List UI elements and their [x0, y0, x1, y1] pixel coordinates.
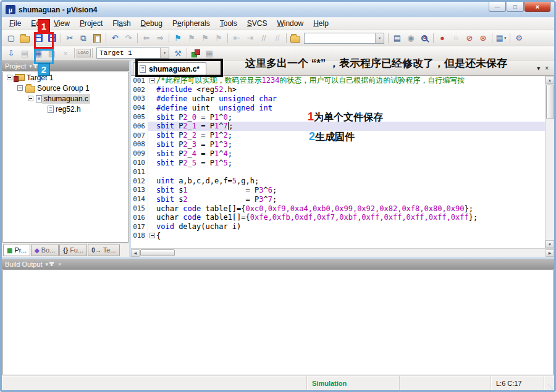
menu-item-window[interactable]: Window: [272, 18, 308, 29]
menu-item-file[interactable]: File: [4, 18, 26, 29]
panel-tab-te[interactable]: 0→Te...: [88, 244, 119, 256]
bookmark-toggle-icon[interactable]: ⚑: [171, 31, 185, 44]
panel-dropdown-icon[interactable]: ▾: [46, 261, 49, 267]
tab-close-icon[interactable]: ×: [545, 65, 549, 72]
code-line-012[interactable]: 012uint a,b,c,d,e,f=5,g,h;: [131, 177, 545, 186]
menu-item-project[interactable]: Project: [75, 18, 107, 29]
batch-build-icon-glyph: ▤: [21, 49, 28, 58]
indent-icon[interactable]: ⇥: [243, 31, 257, 44]
code-line-011[interactable]: 011: [131, 167, 545, 177]
menu-item-debug[interactable]: Debug: [136, 18, 167, 29]
panel-tab-bo[interactable]: ◈Bo...: [31, 244, 59, 256]
menu-item-flash[interactable]: Flash: [107, 18, 135, 29]
panel-close-icon[interactable]: ×: [58, 261, 61, 267]
navigate-back-icon[interactable]: ⇐: [140, 31, 153, 44]
resize-grip[interactable]: ⋱: [544, 376, 554, 390]
scroll-left-icon[interactable]: ◀: [131, 249, 140, 257]
kill-all-breakpoints-icon[interactable]: ⊛: [476, 31, 490, 44]
cut-icon[interactable]: ✂: [63, 31, 77, 44]
code-line-013[interactable]: 013sbit s1 = P3^6;: [131, 186, 545, 195]
debug-hand-icon[interactable]: ◉: [404, 31, 418, 44]
code-editor[interactable]: 001/*此程序可以实现，数码管显示1234的状态，用户可以自己根据前边的试验程…: [131, 76, 545, 248]
undo-icon[interactable]: ↶: [108, 31, 122, 44]
menu-item-view[interactable]: View: [49, 18, 75, 29]
options-for-target-icon[interactable]: ⚒: [171, 47, 185, 60]
tree-item-shumaguan-c[interactable]: shumaguan.c: [3, 93, 128, 104]
code-line-015[interactable]: 015uchar code table[]={0xc0,0xf9,0xa4,0x…: [131, 204, 545, 213]
batch-build-icon[interactable]: ▤: [18, 47, 32, 60]
tree-item-reg52-h[interactable]: reg52.h: [3, 104, 128, 114]
code-line-010[interactable]: 010sbit P2_5 = P1^5;: [131, 158, 545, 167]
maximize-button[interactable]: □: [507, 2, 524, 12]
navigate-forward-icon[interactable]: ⇒: [153, 31, 167, 44]
bookmark-clear-icon[interactable]: ⚑: [212, 31, 225, 44]
code-line-016[interactable]: 016uchar code table1[]={0xfe,0xfb,0xdf,0…: [131, 213, 545, 222]
vertical-scrollbar[interactable]: ▲ ▼: [545, 76, 554, 248]
start-stop-debug-icon[interactable]: [418, 31, 431, 44]
open-folder-icon[interactable]: [18, 31, 32, 44]
file-icon: [48, 106, 54, 113]
fold-collapse-icon[interactable]: [150, 78, 155, 83]
new-file-icon[interactable]: ▢: [4, 31, 18, 44]
vertical-scroll-thumb[interactable]: [546, 85, 554, 119]
chevron-down-icon[interactable]: ▾: [160, 48, 169, 58]
code-line-002[interactable]: 002#include <reg52.h>: [131, 85, 545, 94]
window-layout-icon[interactable]: ▦: [203, 47, 216, 60]
tree-item-source-group-1[interactable]: Source Group 1: [3, 83, 128, 93]
menu-item-help[interactable]: Help: [308, 18, 334, 29]
fold-collapse-icon[interactable]: [150, 233, 155, 238]
bookmark-next-icon[interactable]: ⚑: [198, 31, 212, 44]
paste-icon[interactable]: [90, 31, 104, 44]
minimize-button[interactable]: —: [489, 2, 506, 12]
chevron-down-icon[interactable]: ▾: [504, 36, 507, 41]
panel-pin-icon[interactable]: [35, 64, 36, 68]
tree-expander-icon[interactable]: [17, 85, 23, 91]
code-line-003[interactable]: 003#define uchar unsigned char: [131, 94, 545, 104]
download-icon[interactable]: LOAD: [77, 47, 90, 60]
comment-icon[interactable]: //: [257, 31, 271, 44]
configure-flash-icon[interactable]: ▤: [390, 31, 404, 44]
code-line-009[interactable]: 009sbit P2_4 = P1^4;: [131, 149, 545, 158]
redo-icon[interactable]: ↷: [122, 31, 135, 44]
tab-list-dropdown-icon[interactable]: ▾: [537, 65, 540, 72]
stop-build-icon[interactable]: ×: [59, 47, 72, 60]
search-combo[interactable]: ▾: [304, 33, 384, 44]
scroll-up-icon[interactable]: ▲: [545, 76, 554, 84]
outdent-icon[interactable]: ⇤: [230, 31, 243, 44]
menu-item-svcs[interactable]: SVCS: [242, 18, 272, 29]
panel-tab-pr[interactable]: ▦Pr...: [3, 244, 30, 256]
configure-icon[interactable]: ⚙: [512, 31, 526, 44]
panel-dropdown-icon[interactable]: ▾: [29, 63, 32, 69]
enable-disable-breakpoint-icon[interactable]: ○: [449, 31, 463, 44]
manage-components-icon[interactable]: [189, 47, 203, 60]
translate-icon[interactable]: ⇩: [4, 47, 18, 60]
find-in-files-icon[interactable]: [289, 31, 302, 44]
tree-item-target-1[interactable]: Target 1: [3, 72, 128, 83]
bookmark-prev-icon[interactable]: ⚑: [185, 31, 198, 44]
memory-window-icon[interactable]: ▦▾: [494, 31, 508, 44]
code-line-018[interactable]: 018{: [131, 231, 545, 241]
horizontal-scrollbar[interactable]: ◀ ▶: [131, 248, 554, 257]
fold-margin: [148, 177, 156, 186]
code-line-001[interactable]: 001/*此程序可以实现，数码管显示1234的状态，用户可以自己根据前边的试验程…: [131, 76, 545, 85]
panel-tab-fu[interactable]: {}Fu...: [59, 244, 87, 256]
menu-item-peripherals[interactable]: Peripherals: [167, 18, 215, 29]
chevron-down-icon[interactable]: ▾: [375, 33, 384, 43]
code-text: sbit s1 = P3^6;: [156, 186, 277, 194]
tree-expander-icon[interactable]: [7, 75, 12, 80]
scroll-right-icon[interactable]: ▶: [545, 249, 554, 257]
menu-item-tools[interactable]: Tools: [215, 18, 242, 29]
copy-icon[interactable]: ⧉: [77, 31, 90, 44]
tree-expander-icon[interactable]: [28, 96, 33, 101]
panel-pin-icon[interactable]: [51, 262, 53, 266]
target-combo[interactable]: Target 1▾: [96, 48, 169, 59]
toolbar-separator: [106, 33, 106, 43]
close-button[interactable]: ×: [524, 2, 550, 12]
uncomment-icon[interactable]: //: [271, 31, 284, 44]
code-line-017[interactable]: 017void delay(uchar i): [131, 222, 545, 231]
horizontal-scroll-thumb[interactable]: [140, 249, 175, 256]
code-line-014[interactable]: 014sbit s2 = P3^7;: [131, 194, 545, 204]
disable-all-breakpoints-icon[interactable]: ⊘: [463, 31, 476, 44]
insert-breakpoint-icon[interactable]: ●: [436, 31, 449, 44]
scroll-down-icon[interactable]: ▼: [545, 240, 554, 248]
